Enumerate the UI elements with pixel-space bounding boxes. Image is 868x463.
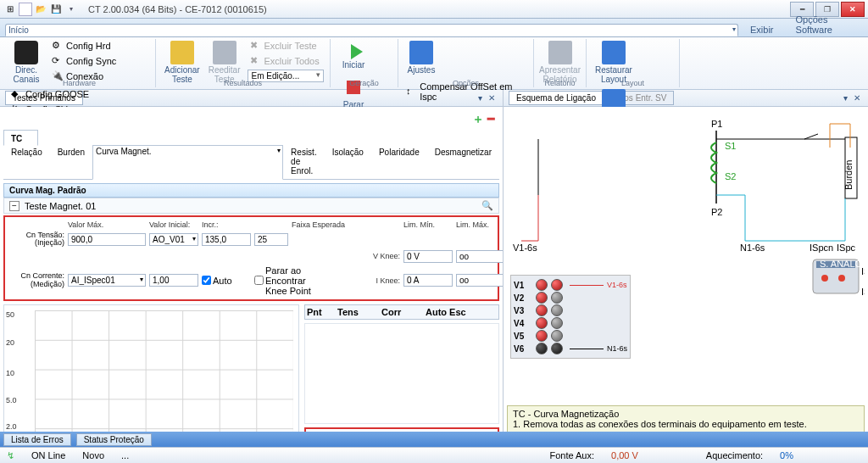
svg-text:S2: S2: [725, 171, 736, 181]
conn-v2: V2: [514, 292, 627, 304]
tab-resist[interactable]: Resist. de Enrol.: [283, 144, 325, 179]
vini-input[interactable]: 135,0: [202, 233, 251, 246]
window-title: CT 2.00.034 (64 Bits) - CE-7012 (0010615…: [88, 4, 267, 14]
collapse-icon[interactable]: −: [9, 201, 19, 211]
svg-text:ISpecn: ISpecn: [861, 287, 865, 297]
section-search-icon[interactable]: 🔍: [481, 200, 493, 211]
svg-text:Burden: Burden: [843, 160, 854, 190]
config-goose-button[interactable]: ◆Config GOOSE: [8, 87, 92, 101]
qat-save-icon[interactable]: 💾: [49, 3, 63, 16]
config-hrd-button[interactable]: ⚙Config Hrd: [49, 39, 114, 53]
svg-line-4: [804, 134, 818, 139]
hint-title: TC - Curva Magnetização: [513, 409, 859, 419]
hint-box: TC - Curva Magnetização 1. Remova todas …: [507, 405, 865, 432]
svg-text:S1: S1: [725, 141, 736, 151]
config-sync-button[interactable]: ⟳Config Sync: [49, 54, 119, 68]
tab-polaridade[interactable]: Polaridade: [371, 144, 427, 179]
dots-label: ...: [121, 450, 129, 460]
svg-text:ISpc: ISpc: [837, 243, 856, 253]
svg-point-16: [838, 275, 845, 282]
online-label: ON Line: [31, 450, 65, 460]
section-sub-label: Teste Magnet. 01: [25, 201, 96, 211]
qat-new-icon[interactable]: [19, 3, 32, 16]
vknee-min-input[interactable]: 0 V: [403, 250, 453, 263]
goose-icon: ◆: [11, 88, 23, 100]
parar-knee-checkbox[interactable]: Parar ao Encontrar Knee Point: [254, 265, 334, 296]
ajustes-button[interactable]: Ajustes: [403, 39, 439, 77]
cn-tensao-label: Cn Tensão: (Injeção): [10, 232, 64, 248]
iknee-max-input[interactable]: oo: [456, 274, 503, 287]
tab-desmagnetizar[interactable]: Desmagnetizar: [427, 144, 499, 179]
tab-isolacao[interactable]: Isolação: [325, 144, 371, 179]
points-list: [304, 323, 499, 424]
conn-v3: V3: [514, 304, 627, 316]
ribbon-tab-exibir[interactable]: Exibir: [740, 22, 784, 36]
conn-v1: V1V1-6s: [514, 279, 627, 291]
tc-tab[interactable]: TC: [3, 130, 38, 146]
right-pane: Esquema de Ligação Erros Entr. SV ▾ ✕ P1…: [504, 90, 868, 432]
svg-text:ISpec: ISpec: [861, 266, 865, 276]
tab-curva-magnet[interactable]: Curva Magnet.: [92, 145, 283, 180]
plot-area: 50 20 10 5.0 2.0 1.0 1.0 2.0 5.0 10 20 5…: [3, 304, 299, 432]
p1-label: P1: [711, 119, 722, 129]
delete-all-icon: ✖: [250, 55, 262, 67]
ribbon-tab-opcoes[interactable]: Opções Software: [786, 12, 866, 36]
add-test-icon: [170, 41, 194, 64]
iniciar-button[interactable]: Iniciar: [336, 39, 371, 72]
svg-text:ISpcn: ISpcn: [810, 243, 833, 253]
incr-input[interactable]: 25: [254, 233, 288, 246]
online-icon: ↯: [7, 450, 14, 461]
ival-input[interactable]: 1,00: [149, 274, 198, 287]
params-box: Valor Máx. Valor Inicial: Incr.: Faixa E…: [3, 215, 499, 301]
plot-grid: [35, 310, 293, 432]
right-pane-close[interactable]: ✕: [851, 93, 863, 103]
status-protecao-tab[interactable]: Status Proteção: [76, 433, 152, 446]
aquecimento-label: Aquecimento:: [706, 450, 763, 460]
novo-label: Novo: [82, 450, 104, 460]
cn-corrente-select[interactable]: AI_ISpec01: [68, 274, 146, 287]
p2-label: P2: [711, 207, 722, 217]
excluir-teste-button[interactable]: ✖Excluir Teste: [248, 39, 320, 53]
cn-corrente-label: Cn Corrente: (Medição): [10, 272, 64, 288]
excluir-todos-button[interactable]: ✖Excluir Todos: [248, 54, 322, 68]
svg-point-15: [821, 275, 828, 282]
play-icon: [351, 44, 363, 59]
gear-icon: ⚙: [52, 40, 64, 52]
cn-tensao-select[interactable]: AO_V01: [149, 233, 198, 246]
delete-icon: ✖: [250, 40, 262, 52]
restore-icon: [602, 41, 626, 64]
ribbon: Direc. Canais ⚙Config Hrd ⟳Config Sync 🔌…: [0, 37, 868, 90]
vknee-max-input[interactable]: oo: [456, 250, 503, 263]
inner-tabstrip: Relação Burden Curva Magnet. Resist. de …: [3, 144, 499, 180]
add-icon[interactable]: ＋: [472, 112, 484, 127]
left-pane: Testes Primários ▾ ✕ ＋ ━ TC Relação Burd…: [0, 90, 504, 432]
sync-icon: ⟳: [52, 55, 64, 67]
auto-checkbox[interactable]: Auto: [202, 276, 251, 286]
conn-v4: V4: [514, 317, 627, 329]
qat-dropdown-icon[interactable]: ▾: [64, 3, 78, 16]
status-bar: ↯ ON Line Novo ... Fonte Aux: 0,00 V Aqu…: [0, 447, 868, 463]
qat-open-icon[interactable]: 📂: [34, 3, 47, 16]
ribbon-tab-inicio[interactable]: Início: [5, 24, 738, 36]
right-pane-dropdown[interactable]: ▾: [839, 93, 851, 103]
fonte-aux-value: 0,00 V: [611, 450, 638, 460]
tab-burden[interactable]: Burden: [50, 144, 92, 179]
norma-box: Linearizar Norma: I Knee: V Knee: Status…: [304, 427, 499, 432]
vmax-input[interactable]: 900,0: [68, 233, 146, 246]
remove-icon[interactable]: ━: [487, 112, 494, 127]
hint-body: 1. Remova todas as conexões dos terminai…: [513, 419, 859, 429]
qat-menu-icon[interactable]: ⊞: [3, 3, 17, 16]
section-title: Curva Mag. Padrão: [3, 183, 499, 198]
title-bar: ⊞ 📂 💾 ▾ CT 2.00.034 (64 Bits) - CE-7012 …: [0, 0, 868, 19]
svg-text:N1-6s: N1-6s: [740, 243, 765, 253]
fonte-aux-label: Fonte Aux:: [549, 450, 594, 460]
svg-text:S. ANALOG INPUT: S. ANALOG INPUT: [820, 259, 865, 269]
report-icon: [548, 41, 572, 64]
ribbon-tabstrip: Início Exibir Opções Software: [0, 19, 868, 37]
lista-erros-tab[interactable]: Lista de Erros: [3, 433, 71, 446]
reedit-icon: [213, 41, 236, 64]
tab-relacao[interactable]: Relação: [3, 144, 50, 179]
points-table-header: Pnt Tens Corr Auto Esc: [304, 304, 499, 320]
iknee-min-input[interactable]: 0 A: [403, 274, 453, 287]
bottom-bar: Lista de Erros Status Proteção: [0, 432, 868, 447]
